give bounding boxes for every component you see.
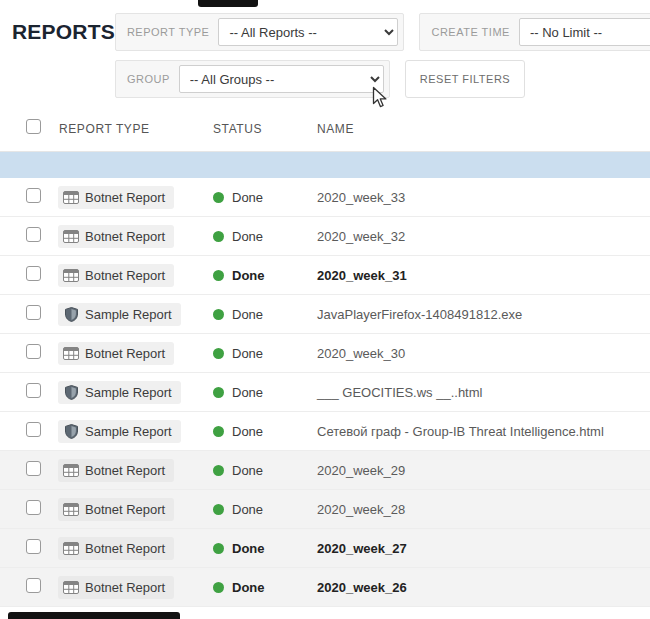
row-checkbox[interactable] xyxy=(26,578,41,593)
status-label: Done xyxy=(232,307,263,322)
status-dot xyxy=(213,465,224,476)
report-type-badge: Sample Report xyxy=(58,303,181,326)
row-checkbox[interactable] xyxy=(26,383,41,398)
report-type-label: Botnet Report xyxy=(85,580,165,595)
table-body: Botnet Report Done 2020_week_33 Botnet R… xyxy=(0,178,650,607)
report-name[interactable]: 2020_week_29 xyxy=(317,463,405,478)
column-header-type: REPORT TYPE xyxy=(56,122,207,136)
status-dot xyxy=(213,270,224,281)
shield-icon xyxy=(63,307,79,322)
status-label: Done xyxy=(232,385,263,400)
table-icon xyxy=(63,502,79,517)
report-type-badge: Botnet Report xyxy=(58,186,174,209)
status-label: Done xyxy=(232,580,265,595)
report-name[interactable]: ___ GEOCITIES.ws __..html xyxy=(317,385,482,400)
table-row[interactable]: Botnet Report Done 2020_week_31 xyxy=(0,256,650,295)
report-name[interactable]: Сетевой граф - Group-IB Threat Intellige… xyxy=(317,424,604,439)
status-label: Done xyxy=(232,229,263,244)
report-name[interactable]: 2020_week_33 xyxy=(317,190,405,205)
status-cell: Done xyxy=(207,541,317,556)
filter-row-1: REPORT TYPE -- All Reports -- CREATE TIM… xyxy=(115,13,650,51)
report-type-badge: Botnet Report xyxy=(58,576,174,599)
status-label: Done xyxy=(232,346,263,361)
table-row[interactable]: Botnet Report Done 2020_week_26 xyxy=(0,568,650,607)
status-cell: Done xyxy=(207,463,317,478)
status-label: Done xyxy=(232,541,265,556)
report-type-label: Botnet Report xyxy=(85,502,165,517)
status-dot xyxy=(213,309,224,320)
status-cell: Done xyxy=(207,502,317,517)
report-name[interactable]: JavaPlayerFirefox-1408491812.exe xyxy=(317,307,522,322)
column-header-name: NAME xyxy=(317,122,650,136)
report-name[interactable]: 2020_week_30 xyxy=(317,346,405,361)
report-type-filter-label: REPORT TYPE xyxy=(127,26,210,38)
table-icon xyxy=(63,463,79,478)
row-checkbox[interactable] xyxy=(26,500,41,515)
report-type-badge: Botnet Report xyxy=(58,459,174,482)
status-cell: Done xyxy=(207,229,317,244)
status-cell: Done xyxy=(207,424,317,439)
table-row[interactable]: Botnet Report Done 2020_week_28 xyxy=(0,490,650,529)
table-row[interactable]: Botnet Report Done 2020_week_33 xyxy=(0,178,650,217)
status-dot xyxy=(213,543,224,554)
highlight-row[interactable] xyxy=(0,152,650,178)
report-type-label: Botnet Report xyxy=(85,346,165,361)
table-row[interactable]: Botnet Report Done 2020_week_30 xyxy=(0,334,650,373)
group-select[interactable]: -- All Groups -- xyxy=(179,65,384,93)
table-icon xyxy=(63,190,79,205)
table-header: REPORT TYPE STATUS NAME xyxy=(0,106,650,152)
report-type-badge: Botnet Report xyxy=(58,342,174,365)
bottom-clipped-element xyxy=(8,612,180,619)
report-name[interactable]: 2020_week_28 xyxy=(317,502,405,517)
status-cell: Done xyxy=(207,268,317,283)
report-type-badge: Sample Report xyxy=(58,420,181,443)
status-dot xyxy=(213,504,224,515)
status-cell: Done xyxy=(207,385,317,400)
status-label: Done xyxy=(232,502,263,517)
table-icon xyxy=(63,229,79,244)
row-checkbox[interactable] xyxy=(26,461,41,476)
reset-filters-button[interactable]: RESET FILTERS xyxy=(405,60,525,98)
table-row[interactable]: Sample Report Done JavaPlayerFirefox-140… xyxy=(0,295,650,334)
report-type-badge: Botnet Report xyxy=(58,537,174,560)
group-filter-label: GROUP xyxy=(127,73,170,85)
row-checkbox[interactable] xyxy=(26,227,41,242)
create-time-filter: CREATE TIME -- No Limit -- xyxy=(419,13,650,51)
status-cell: Done xyxy=(207,346,317,361)
report-name[interactable]: 2020_week_26 xyxy=(317,580,407,595)
table-row[interactable]: Botnet Report Done 2020_week_29 xyxy=(0,451,650,490)
status-cell: Done xyxy=(207,190,317,205)
report-type-badge: Sample Report xyxy=(58,381,181,404)
status-dot xyxy=(213,348,224,359)
row-checkbox[interactable] xyxy=(26,539,41,554)
table-icon xyxy=(63,268,79,283)
status-label: Done xyxy=(232,268,265,283)
report-name[interactable]: 2020_week_31 xyxy=(317,268,407,283)
report-type-select[interactable]: -- All Reports -- xyxy=(218,18,398,46)
top-clipped-element xyxy=(198,0,258,7)
table-row[interactable]: Botnet Report Done 2020_week_32 xyxy=(0,217,650,256)
table-row[interactable]: Sample Report Done Сетевой граф - Group-… xyxy=(0,412,650,451)
row-checkbox[interactable] xyxy=(26,422,41,437)
status-label: Done xyxy=(232,190,263,205)
row-checkbox[interactable] xyxy=(26,266,41,281)
table-row[interactable]: Sample Report Done ___ GEOCITIES.ws __..… xyxy=(0,373,650,412)
group-filter: GROUP -- All Groups -- xyxy=(115,60,390,98)
page-title: REPORTS xyxy=(12,13,115,44)
status-dot xyxy=(213,582,224,593)
status-label: Done xyxy=(232,463,263,478)
create-time-filter-label: CREATE TIME xyxy=(431,26,509,38)
filters-bar: REPORT TYPE -- All Reports -- CREATE TIM… xyxy=(115,13,650,98)
report-type-label: Botnet Report xyxy=(85,541,165,556)
row-checkbox[interactable] xyxy=(26,344,41,359)
row-checkbox[interactable] xyxy=(26,188,41,203)
report-name[interactable]: 2020_week_32 xyxy=(317,229,405,244)
select-all-checkbox[interactable] xyxy=(26,119,41,134)
table-icon xyxy=(63,580,79,595)
report-name[interactable]: 2020_week_27 xyxy=(317,541,407,556)
table-row[interactable]: Botnet Report Done 2020_week_27 xyxy=(0,529,650,568)
row-checkbox[interactable] xyxy=(26,305,41,320)
status-dot xyxy=(213,387,224,398)
report-type-label: Sample Report xyxy=(85,385,172,400)
create-time-select[interactable]: -- No Limit -- xyxy=(519,18,650,46)
